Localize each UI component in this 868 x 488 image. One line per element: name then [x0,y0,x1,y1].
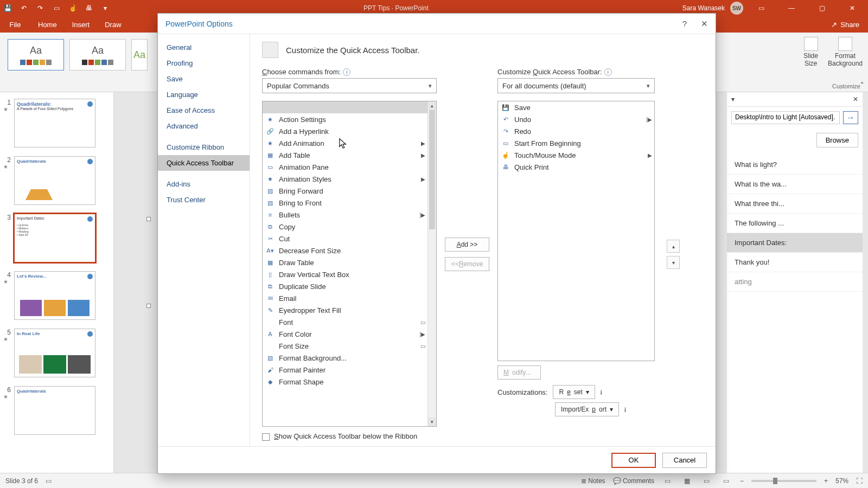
theme-thumbnail[interactable]: Aa [131,39,148,70]
command-item[interactable]: ▧Bring to Front [263,197,427,209]
ribbon-display-icon[interactable]: ▭ [749,0,774,16]
choose-commands-combo[interactable]: Popular Commands [262,78,437,93]
current-command-item[interactable]: ☝Touch/Mouse Mode▶ [498,149,654,161]
minimize-icon[interactable]: — [779,0,804,16]
show-below-ribbon-checkbox[interactable] [262,433,270,441]
info-icon[interactable]: i [604,68,612,76]
remove-button[interactable]: << Remove [445,257,489,271]
list-item[interactable]: atting [727,272,863,292]
zoom-level[interactable]: 57% [835,477,848,485]
info-icon[interactable]: i [601,388,602,396]
listbox-scrollbar[interactable]: ▴ ▾ [427,101,436,426]
command-item[interactable] [263,101,427,113]
command-item[interactable]: ▦Add Table▶ [263,149,427,161]
file-path-field[interactable]: Desktop\Intro to Light [Autosaved]. [731,111,840,124]
tab-draw[interactable]: Draw [97,16,129,33]
command-item[interactable]: ▭Animation Pane [263,161,427,173]
command-item[interactable]: ≡Bullets|▶ [263,209,427,221]
panel-close-icon[interactable]: ✕ [853,95,858,103]
slide-thumbnail-panel[interactable]: 1★ Quadrilaterals:A Parade of Four-Sided… [0,92,114,473]
list-item[interactable]: Thank you! [727,253,863,272]
info-icon[interactable]: i [343,68,350,76]
close-icon[interactable]: ✕ [840,0,865,16]
nav-save[interactable]: Save [158,71,250,87]
command-item[interactable]: ★Action Settings [263,113,427,125]
go-arrow-icon[interactable]: → [843,111,858,124]
zoom-slider[interactable] [751,480,816,482]
current-command-item[interactable]: 🖶Quick Print [498,161,654,173]
quick-print-icon[interactable]: 🖶 [85,4,93,12]
command-item[interactable]: 🖌Format Painter [263,364,427,376]
command-item[interactable]: Font Size▭ [263,340,427,352]
command-item[interactable]: ▦Draw Table [263,256,427,268]
normal-view-icon[interactable]: ▭ [662,476,674,486]
list-item[interactable]: The following ... [727,214,863,233]
current-command-item[interactable]: ▭Start From Beginning [498,137,654,149]
tab-home[interactable]: Home [30,16,65,33]
nav-customize-ribbon[interactable]: Customize Ribbon [158,139,250,155]
scroll-down-icon[interactable]: ▾ [428,418,436,426]
info-icon[interactable]: i [624,406,626,414]
command-item[interactable]: ★Add Animation▶ [263,137,427,149]
scroll-up-icon[interactable]: ▴ [428,101,436,110]
available-commands-listbox[interactable]: ★Action Settings🔗Add a Hyperlink★Add Ani… [262,101,437,427]
command-item[interactable]: ▧Format Background... [263,352,427,364]
command-item[interactable]: ✂Cut [263,233,427,245]
nav-ease-of-access[interactable]: Ease of Access [158,102,250,118]
undo-icon[interactable]: ↶ [20,4,28,12]
zoom-in-icon[interactable]: + [824,477,828,485]
command-item[interactable]: ⧉Copy [263,221,427,233]
command-item[interactable]: ▧Bring Forward [263,185,427,197]
share-button[interactable]: ↗ Share [822,16,868,33]
redo-icon[interactable]: ↷ [36,4,44,12]
current-command-item[interactable]: 💾Save [498,101,654,113]
ok-button[interactable]: OK [611,453,656,468]
file-tab[interactable]: File [0,16,30,33]
current-commands-listbox[interactable]: 💾Save↶Undo|▶↷Redo▭Start From Beginning☝T… [497,101,655,361]
notes-button[interactable]: ≣ Notes [581,477,605,485]
reset-button[interactable]: Reset ▾ [553,385,595,399]
save-icon[interactable]: 💾 [3,4,12,12]
command-item[interactable]: 🔗Add a Hyperlink [263,125,427,137]
reading-view-icon[interactable]: ▭ [701,476,713,486]
move-up-button[interactable]: ▴ [667,240,680,253]
nav-trust-center[interactable]: Trust Center [158,192,250,208]
command-item[interactable]: ✎Eyedropper Text Fill [263,304,427,316]
list-item[interactable]: What three thi... [727,194,863,214]
command-item[interactable]: A▾Decrease Font Size [263,245,427,256]
command-item[interactable]: ◆Format Shape [263,376,427,388]
current-command-item[interactable]: ↶Undo|▶ [498,113,654,125]
list-item[interactable]: What is the wa... [727,175,863,194]
qat-customize-chevron-icon[interactable]: ▾ [101,4,110,12]
modify-button[interactable]: Modify... [497,365,541,380]
command-item[interactable]: ✉Email [263,292,427,304]
nav-advanced[interactable]: Advanced [158,118,250,134]
slide-size-button[interactable]: Slide Size [803,37,818,67]
dialog-close-icon[interactable]: ✕ [701,19,708,29]
panel-dropdown-icon[interactable]: ▾ [731,95,735,103]
slide-thumbnail-4[interactable]: 4★ Let's Review... [0,269,113,326]
slideshow-icon[interactable]: ▭ [720,476,732,486]
touch-mode-icon[interactable]: ☝ [68,4,77,12]
nav-add-ins[interactable]: Add-ins [158,176,250,192]
slide-indicator[interactable]: Slide 3 of 6 [5,477,38,485]
move-down-button[interactable]: ▾ [667,256,680,269]
command-item[interactable]: ★Animation Styles▶ [263,173,427,185]
nav-quick-access-toolbar[interactable]: Quick Access Toolbar [158,155,250,171]
tab-insert[interactable]: Insert [65,16,98,33]
start-from-beginning-icon[interactable]: ▭ [52,4,61,12]
list-item[interactable]: What is light? [727,155,863,175]
collapse-ribbon-icon[interactable]: ⌃ [859,81,865,88]
zoom-out-icon[interactable]: − [740,477,744,485]
cancel-button[interactable]: Cancel [662,453,707,468]
browse-button[interactable]: Browse [816,133,858,147]
spellcheck-icon[interactable]: ▭ [46,477,52,485]
fit-to-window-icon[interactable]: ⛶ [856,477,863,485]
list-item[interactable]: Important Dates: [727,233,863,253]
maximize-icon[interactable]: ▢ [809,0,834,16]
slide-thumbnail-1[interactable]: 1★ Quadrilaterals:A Parade of Four-Sided… [0,97,113,154]
command-item[interactable]: ▯Draw Vertical Text Box [263,268,427,280]
reuse-slide-list[interactable]: What is light? What is the wa... What th… [727,152,863,295]
nav-general[interactable]: General [158,40,250,55]
current-command-item[interactable]: ↷Redo [498,125,654,137]
